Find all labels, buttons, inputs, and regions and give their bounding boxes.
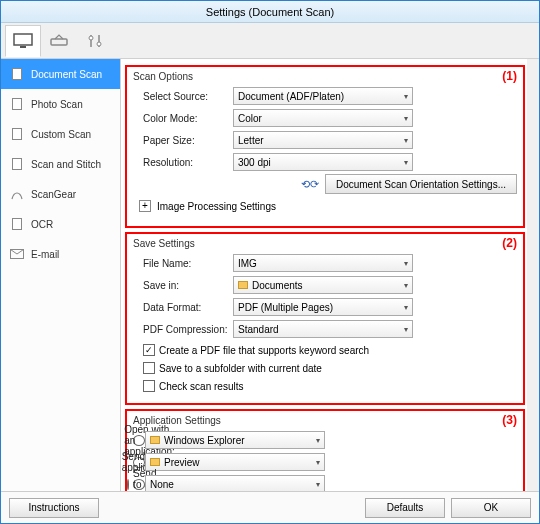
create-pdf-keyword-checkbox[interactable]: ✓ — [143, 344, 155, 356]
sidebar-item-label: ScanGear — [31, 189, 76, 200]
sidebar-item-label: Scan and Stitch — [31, 159, 101, 170]
data-format-dropdown[interactable]: PDF (Multiple Pages) ▾ — [233, 298, 413, 316]
document-icon — [9, 66, 25, 82]
settings-window: Settings (Document Scan) Document Scan P… — [0, 0, 540, 524]
resolution-dropdown[interactable]: 300 dpi ▾ — [233, 153, 413, 171]
scanner-icon — [49, 33, 69, 49]
svg-rect-1 — [20, 46, 26, 48]
photo-icon — [9, 96, 25, 112]
group-number-3: (3) — [502, 413, 517, 427]
chevron-down-icon: ▾ — [404, 136, 408, 145]
save-subfolder-checkbox[interactable] — [143, 362, 155, 374]
open-with-app-value: Windows Explorer — [164, 435, 245, 446]
pdf-compression-dropdown[interactable]: Standard ▾ — [233, 320, 413, 338]
resolution-value: 300 dpi — [238, 157, 271, 168]
send-to-folder-dropdown[interactable]: None ▾ — [145, 475, 325, 491]
sidebar-item-label: E-mail — [31, 249, 59, 260]
sidebar-item-label: Document Scan — [31, 69, 102, 80]
application-settings-group: (3) Application Settings Open with an ap… — [125, 409, 525, 491]
chevron-down-icon: ▾ — [316, 458, 320, 467]
data-format-value: PDF (Multiple Pages) — [238, 302, 333, 313]
folder-icon — [150, 435, 160, 446]
main-tabs — [1, 23, 539, 59]
save-settings-legend: Save Settings — [133, 238, 517, 249]
send-to-folder-radio[interactable] — [127, 479, 129, 490]
monitor-icon — [13, 33, 33, 49]
send-to-app-value: Preview — [164, 457, 200, 468]
sidebar-item-email[interactable]: E-mail — [1, 239, 120, 269]
save-settings-group: (2) Save Settings File Name: IMG ▾ Save … — [125, 232, 525, 405]
chevron-down-icon: ▾ — [404, 114, 408, 123]
check-scan-results-label: Check scan results — [159, 381, 243, 392]
bottom-bar: Instructions Defaults OK — [1, 491, 539, 523]
resolution-label: Resolution: — [133, 157, 233, 168]
folder-icon — [150, 457, 160, 468]
folder-icon — [238, 280, 248, 291]
tab-scan-from-computer[interactable] — [5, 25, 41, 57]
open-with-app-dropdown[interactable]: Windows Explorer ▾ — [145, 431, 325, 449]
tab-general-settings[interactable] — [77, 25, 113, 57]
sidebar-item-label: Custom Scan — [31, 129, 91, 140]
ok-button[interactable]: OK — [451, 498, 531, 518]
scan-options-legend: Scan Options — [133, 71, 517, 82]
image-processing-settings-label: Image Processing Settings — [157, 201, 276, 212]
scangear-icon — [9, 186, 25, 202]
chevron-down-icon: ▾ — [404, 303, 408, 312]
expand-image-processing-button[interactable]: + — [139, 200, 151, 212]
chevron-down-icon: ▾ — [404, 281, 408, 290]
application-settings-legend: Application Settings — [133, 415, 517, 426]
file-name-dropdown[interactable]: IMG ▾ — [233, 254, 413, 272]
check-scan-results-checkbox[interactable] — [143, 380, 155, 392]
save-in-label: Save in: — [133, 280, 233, 291]
attach-email-label: Attach to e-mail: — [133, 490, 161, 492]
sidebar-item-photo-scan[interactable]: Photo Scan — [1, 89, 120, 119]
paper-size-dropdown[interactable]: Letter ▾ — [233, 131, 413, 149]
select-source-label: Select Source: — [133, 91, 233, 102]
tab-scan-from-panel[interactable] — [41, 25, 77, 57]
save-in-dropdown[interactable]: Documents ▾ — [233, 276, 413, 294]
svg-rect-2 — [51, 39, 67, 45]
sliders-icon — [85, 33, 105, 49]
sidebar-item-ocr[interactable]: OCR — [1, 209, 120, 239]
orientation-settings-button[interactable]: Document Scan Orientation Settings... — [325, 174, 517, 194]
save-subfolder-label: Save to a subfolder with current date — [159, 363, 322, 374]
sidebar-item-scan-and-stitch[interactable]: Scan and Stitch — [1, 149, 120, 179]
titlebar: Settings (Document Scan) — [1, 1, 539, 23]
sidebar-item-custom-scan[interactable]: Custom Scan — [1, 119, 120, 149]
instructions-button[interactable]: Instructions — [9, 498, 99, 518]
chevron-down-icon: ▾ — [404, 259, 408, 268]
svg-rect-0 — [14, 34, 32, 45]
chevron-down-icon: ▾ — [404, 158, 408, 167]
select-source-dropdown[interactable]: Document (ADF/Platen) ▾ — [233, 87, 413, 105]
send-to-app-dropdown[interactable]: Preview ▾ — [145, 453, 325, 471]
save-in-value: Documents — [252, 280, 303, 291]
sidebar-item-label: OCR — [31, 219, 53, 230]
ocr-icon — [9, 216, 25, 232]
defaults-button[interactable]: Defaults — [365, 498, 445, 518]
color-mode-dropdown[interactable]: Color ▾ — [233, 109, 413, 127]
sidebar-item-document-scan[interactable]: Document Scan — [1, 59, 120, 89]
chevron-down-icon: ▾ — [316, 480, 320, 489]
group-number-1: (1) — [502, 69, 517, 83]
rotate-arrows-icon[interactable]: ⟲⟳ — [301, 178, 319, 191]
group-number-2: (2) — [502, 236, 517, 250]
color-mode-value: Color — [238, 113, 262, 124]
send-to-folder-value: None — [150, 479, 174, 490]
pdf-compression-label: PDF Compression: — [133, 324, 233, 335]
paper-size-value: Letter — [238, 135, 264, 146]
file-name-value: IMG — [238, 258, 257, 269]
create-pdf-keyword-label: Create a PDF file that supports keyword … — [159, 345, 369, 356]
color-mode-label: Color Mode: — [133, 113, 233, 124]
select-source-value: Document (ADF/Platen) — [238, 91, 344, 102]
sidebar-item-label: Photo Scan — [31, 99, 83, 110]
email-icon — [9, 246, 25, 262]
sidebar-item-scangear[interactable]: ScanGear — [1, 179, 120, 209]
file-name-label: File Name: — [133, 258, 233, 269]
vertical-scrollbar[interactable] — [527, 59, 539, 491]
stitch-icon — [9, 156, 25, 172]
sidebar: Document Scan Photo Scan Custom Scan Sca… — [1, 59, 121, 491]
main-panel: (1) Scan Options Select Source: Document… — [121, 59, 539, 491]
svg-point-6 — [97, 42, 101, 46]
svg-point-4 — [89, 36, 93, 40]
pdf-compression-value: Standard — [238, 324, 279, 335]
